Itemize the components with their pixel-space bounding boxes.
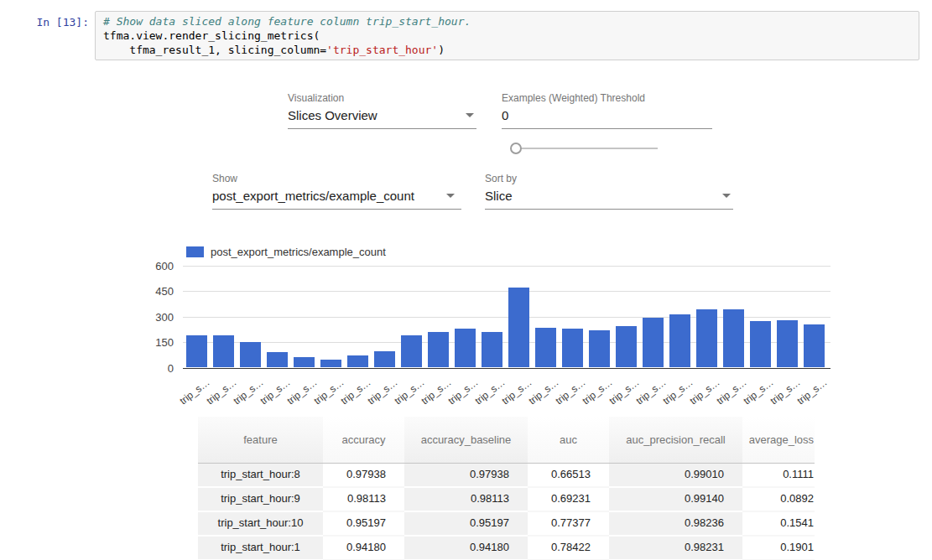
column-header-average_loss[interactable]: average_loss (742, 417, 815, 463)
x-tick-label-15: trip_s… (573, 376, 615, 412)
bar-10[interactable] (455, 329, 476, 367)
feature-cell: trip_start_hour:1 (198, 537, 323, 560)
metric-cell: 0.77377 (528, 512, 609, 537)
y-tick-label-300: 300 (134, 311, 174, 324)
bar-19[interactable] (696, 309, 717, 367)
bar-22[interactable] (777, 320, 798, 367)
x-tick-label-17: trip_s… (627, 376, 669, 412)
table-header-row: featureaccuracyaccuracy_baselineaucauc_p… (198, 417, 815, 464)
x-tick-label-21: trip_s… (734, 376, 776, 412)
visualization-dropdown[interactable]: Visualization Slices Overview (288, 92, 476, 129)
bar-4[interactable] (294, 357, 315, 367)
bar-11[interactable] (482, 332, 502, 368)
x-tick-label-10: trip_s… (439, 376, 481, 412)
notebook-page: In [13]: # Show data sliced along featur… (0, 0, 932, 560)
show-metric-dropdown[interactable]: Show post_export_metrics/example_count (212, 173, 461, 210)
x-tick-label-11: trip_s… (466, 376, 508, 412)
slider-handle[interactable] (510, 143, 522, 154)
threshold-slider[interactable] (510, 143, 658, 154)
chevron-down-icon (466, 113, 474, 117)
column-header-accuracy[interactable]: accuracy (323, 417, 404, 463)
legend-swatch (186, 246, 204, 257)
metric-cell: 0.1111 (742, 464, 815, 488)
gridline-0 (183, 368, 830, 369)
column-header-feature[interactable]: feature (198, 417, 323, 463)
y-tick-label-450: 450 (134, 285, 174, 298)
feature-cell: trip_start_hour:9 (198, 488, 323, 512)
bar-2[interactable] (240, 342, 261, 367)
feature-cell: trip_start_hour:10 (198, 512, 323, 537)
bar-12[interactable] (508, 288, 529, 367)
metric-cell: 0.98113 (404, 488, 528, 512)
threshold-value: 0 (502, 108, 508, 122)
x-tick-label-13: trip_s… (519, 376, 561, 412)
bar-23[interactable] (804, 324, 825, 368)
chevron-down-icon (722, 194, 731, 198)
metric-cell: 0.98113 (323, 488, 404, 512)
x-tick-label-2: trip_s… (224, 376, 266, 412)
threshold-input[interactable]: Examples (Weighted) Threshold 0 (502, 92, 712, 129)
x-tick-label-19: trip_s… (680, 376, 722, 412)
column-header-accuracy_baseline[interactable]: accuracy_baseline (404, 417, 528, 463)
sort-by-dropdown[interactable]: Sort by Slice (485, 173, 733, 210)
bar-8[interactable] (401, 335, 422, 368)
metrics-table: featureaccuracyaccuracy_baselineaucauc_p… (198, 417, 815, 560)
slider-track[interactable] (518, 148, 658, 149)
bar-14[interactable] (562, 329, 583, 368)
chevron-down-icon (446, 194, 455, 198)
x-tick-label-20: trip_s… (707, 376, 749, 412)
metric-cell: 0.94180 (404, 537, 528, 560)
bar-5[interactable] (320, 360, 341, 367)
metric-cell: 0.98231 (609, 537, 742, 560)
x-tick-label-0: trip_s… (170, 376, 212, 412)
table-row-trip_start_hour:8[interactable]: trip_start_hour:80.979380.979380.665130.… (198, 464, 815, 488)
metric-cell: 0.97938 (404, 464, 528, 488)
y-tick-label-0: 0 (134, 362, 174, 375)
code-text: # Show data sliced along feature column … (103, 14, 919, 57)
x-tick-label-23: trip_s… (788, 376, 830, 412)
bar-7[interactable] (374, 351, 395, 367)
table-row-trip_start_hour:10[interactable]: trip_start_hour:100.951970.951970.773770… (198, 512, 815, 537)
bar-21[interactable] (750, 321, 771, 367)
metric-cell: 0.94180 (323, 537, 404, 560)
column-header-auc_precision_recall[interactable]: auc_precision_recall (609, 417, 742, 463)
gridline-450 (183, 291, 830, 292)
table-row-trip_start_hour:1[interactable]: trip_start_hour:10.941800.941800.784220.… (198, 537, 815, 560)
metric-cell: 0.99140 (609, 488, 742, 512)
metric-cell: 0.69231 (528, 488, 609, 512)
metric-cell: 0.95197 (323, 512, 404, 537)
sort-label: Sort by (485, 173, 733, 184)
bar-13[interactable] (535, 328, 556, 368)
metric-cell: 0.66513 (528, 464, 609, 488)
bar-9[interactable] (428, 332, 449, 368)
x-tick-label-18: trip_s… (653, 376, 695, 412)
bar-3[interactable] (267, 352, 288, 367)
bar-18[interactable] (669, 314, 690, 367)
code-line-2: tfma.view.render_slicing_metrics( (103, 29, 320, 42)
x-tick-label-9: trip_s… (412, 376, 454, 412)
x-tick-label-1: trip_s… (197, 376, 239, 412)
code-line-3: tfma_result_1, slicing_column='trip_star… (103, 44, 445, 56)
metric-cell: 0.98236 (609, 512, 742, 537)
table-row-trip_start_hour:9[interactable]: trip_start_hour:90.981130.981130.692310.… (198, 488, 815, 512)
x-tick-label-5: trip_s… (305, 376, 346, 412)
bar-6[interactable] (347, 355, 368, 367)
x-tick-label-4: trip_s… (278, 376, 320, 412)
show-label: Show (212, 173, 461, 184)
bar-16[interactable] (616, 326, 637, 368)
code-cell-input[interactable]: # Show data sliced along feature column … (95, 11, 919, 60)
visualization-label: Visualization (288, 92, 476, 104)
show-value: post_export_metrics/example_count (212, 189, 414, 203)
y-tick-label-150: 150 (134, 336, 174, 349)
metric-cell: 0.78422 (528, 537, 609, 560)
bar-1[interactable] (213, 335, 234, 367)
bar-20[interactable] (723, 309, 744, 367)
x-tick-label-6: trip_s… (331, 376, 373, 412)
column-header-auc[interactable]: auc (528, 417, 609, 463)
bar-15[interactable] (589, 330, 610, 368)
bar-17[interactable] (643, 318, 664, 368)
metric-cell: 0.1901 (742, 537, 815, 560)
metric-cell: 0.0892 (742, 488, 815, 512)
bar-0[interactable] (186, 335, 207, 367)
threshold-label: Examples (Weighted) Threshold (502, 92, 712, 104)
